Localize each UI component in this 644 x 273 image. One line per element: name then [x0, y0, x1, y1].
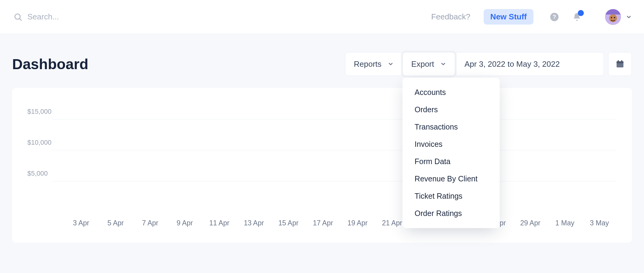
- chevron-down-icon: [388, 61, 394, 67]
- calendar-button[interactable]: [608, 52, 632, 76]
- svg-rect-5: [605, 9, 621, 15]
- export-button[interactable]: Export: [402, 52, 455, 76]
- calendar-icon: [615, 59, 625, 69]
- x-axis-label: 3 Apr: [64, 212, 98, 231]
- svg-rect-11: [618, 60, 619, 62]
- y-axis-label: $15,000: [27, 108, 61, 116]
- x-axis-label: 13 Apr: [237, 212, 271, 231]
- reports-button[interactable]: Reports: [345, 52, 402, 76]
- chevron-down-icon: [626, 14, 632, 20]
- help-icon[interactable]: ?: [549, 12, 560, 22]
- notification-dot-icon: [578, 10, 584, 16]
- svg-rect-12: [621, 60, 622, 62]
- export-option[interactable]: Form Data: [402, 153, 500, 170]
- export-option[interactable]: Revenue By Client: [402, 170, 500, 187]
- date-range-text: Apr 3, 2022 to May 3, 2022: [464, 59, 560, 69]
- feedback-link[interactable]: Feedback?: [431, 12, 470, 22]
- x-axis-label: 1 May: [548, 212, 582, 231]
- x-axis-label: 29 Apr: [513, 212, 548, 231]
- bell-icon[interactable]: [572, 12, 582, 22]
- page-title: Dashboard: [12, 56, 88, 72]
- x-axis-label: 9 Apr: [167, 212, 202, 231]
- revenue-chart: $5,000$10,000$15,000 3 Apr5 Apr7 Apr9 Ap…: [12, 88, 632, 243]
- date-range-picker[interactable]: Apr 3, 2022 to May 3, 2022: [455, 52, 604, 76]
- avatar: [605, 9, 621, 25]
- gridline: [52, 181, 617, 181]
- x-axis-label: 11 Apr: [202, 212, 237, 231]
- svg-point-7: [611, 17, 612, 18]
- search-input[interactable]: [27, 12, 118, 22]
- reports-label: Reports: [354, 59, 382, 69]
- svg-text:?: ?: [553, 14, 556, 20]
- svg-line-1: [20, 19, 22, 20]
- x-axis-label: 15 Apr: [271, 212, 306, 231]
- svg-rect-10: [617, 61, 624, 63]
- export-option[interactable]: Invoices: [402, 136, 500, 153]
- export-option[interactable]: Orders: [402, 101, 500, 118]
- export-dropdown: AccountsOrdersTransactionsInvoicesForm D…: [402, 78, 500, 228]
- topbar: Feedback? New Stuff ?: [0, 0, 644, 34]
- export-option[interactable]: Order Ratings: [402, 205, 500, 222]
- export-label: Export: [411, 59, 434, 69]
- x-axis-label: 7 Apr: [133, 212, 168, 231]
- x-axis-label: 3 May: [582, 212, 617, 231]
- export-option[interactable]: Accounts: [402, 84, 500, 101]
- y-axis-label: $5,000: [27, 170, 61, 177]
- x-axis-label: 19 Apr: [340, 212, 375, 231]
- page-header: Dashboard Reports Export AccountsOrdersT…: [0, 34, 644, 88]
- x-axis-label: 17 Apr: [306, 212, 340, 231]
- gridline: [52, 150, 617, 150]
- x-axis-label: 5 Apr: [98, 212, 133, 231]
- y-axis-label: $10,000: [27, 139, 61, 147]
- gridline: [52, 119, 617, 120]
- search[interactable]: [13, 12, 118, 22]
- chevron-down-icon: [440, 61, 446, 67]
- new-stuff-button[interactable]: New Stuff: [484, 9, 533, 25]
- export-option[interactable]: Ticket Ratings: [402, 187, 500, 205]
- svg-point-8: [614, 17, 615, 18]
- user-menu[interactable]: [605, 9, 632, 25]
- export-option[interactable]: Transactions: [402, 118, 500, 136]
- search-icon: [13, 12, 22, 22]
